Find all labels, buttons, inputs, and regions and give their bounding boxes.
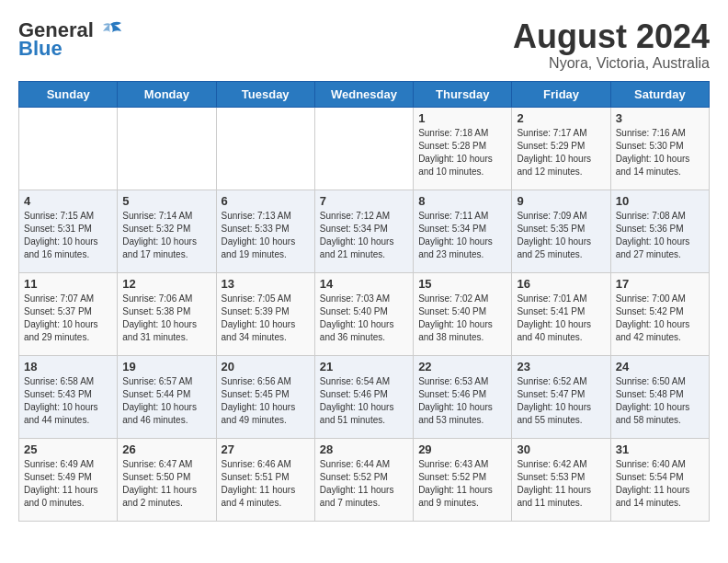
table-row: 2Sunrise: 7:17 AMSunset: 5:29 PMDaylight… xyxy=(512,107,610,190)
table-row: 9Sunrise: 7:09 AMSunset: 5:35 PMDaylight… xyxy=(512,190,610,272)
day-info: Sunrise: 7:15 AMSunset: 5:31 PMDaylight:… xyxy=(24,210,112,261)
day-number: 3 xyxy=(616,111,704,125)
day-info: Sunrise: 7:18 AMSunset: 5:28 PMDaylight:… xyxy=(418,127,506,178)
table-row: 11Sunrise: 7:07 AMSunset: 5:37 PMDayligh… xyxy=(19,272,118,355)
day-info: Sunrise: 7:01 AMSunset: 5:41 PMDaylight:… xyxy=(517,293,605,344)
header-saturday: Saturday xyxy=(610,81,709,107)
table-row xyxy=(314,107,413,190)
day-number: 23 xyxy=(517,360,605,373)
table-row: 20Sunrise: 6:56 AMSunset: 5:45 PMDayligh… xyxy=(216,355,314,438)
weekday-header-row: Sunday Monday Tuesday Wednesday Thursday… xyxy=(19,81,710,107)
logo-bird-icon xyxy=(97,20,123,40)
table-row xyxy=(19,107,118,190)
title-block: August 2024 Nyora, Victoria, Australia xyxy=(513,18,710,72)
table-row: 15Sunrise: 7:02 AMSunset: 5:40 PMDayligh… xyxy=(414,272,512,355)
table-row: 12Sunrise: 7:06 AMSunset: 5:38 PMDayligh… xyxy=(118,272,216,355)
table-row xyxy=(118,107,216,190)
day-info: Sunrise: 7:17 AMSunset: 5:29 PMDaylight:… xyxy=(517,127,605,178)
day-number: 19 xyxy=(122,360,210,373)
day-number: 8 xyxy=(418,194,506,208)
day-info: Sunrise: 6:56 AMSunset: 5:45 PMDaylight:… xyxy=(222,375,310,427)
day-info: Sunrise: 6:54 AMSunset: 5:46 PMDaylight:… xyxy=(320,375,408,427)
header-tuesday: Tuesday xyxy=(216,81,314,107)
logo-blue-text: Blue xyxy=(18,39,63,59)
day-number: 31 xyxy=(616,442,704,456)
day-number: 11 xyxy=(24,277,112,291)
table-row: 29Sunrise: 6:43 AMSunset: 5:52 PMDayligh… xyxy=(414,438,512,521)
day-info: Sunrise: 6:53 AMSunset: 5:46 PMDaylight:… xyxy=(418,375,506,427)
day-info: Sunrise: 7:09 AMSunset: 5:35 PMDaylight:… xyxy=(517,210,605,261)
page-header: General Blue August 2024 Nyora, Victoria… xyxy=(18,18,710,72)
table-row: 17Sunrise: 7:00 AMSunset: 5:42 PMDayligh… xyxy=(610,272,709,355)
day-number: 20 xyxy=(222,360,310,373)
logo: General Blue xyxy=(18,18,123,59)
day-number: 27 xyxy=(222,442,310,456)
day-number: 13 xyxy=(222,277,310,291)
day-number: 18 xyxy=(24,360,112,373)
day-info: Sunrise: 7:16 AMSunset: 5:30 PMDaylight:… xyxy=(616,127,704,178)
table-row: 7Sunrise: 7:12 AMSunset: 5:34 PMDaylight… xyxy=(314,190,413,272)
table-row: 14Sunrise: 7:03 AMSunset: 5:40 PMDayligh… xyxy=(314,272,413,355)
day-info: Sunrise: 7:05 AMSunset: 5:39 PMDaylight:… xyxy=(222,293,310,344)
day-info: Sunrise: 7:06 AMSunset: 5:38 PMDaylight:… xyxy=(122,293,210,344)
day-info: Sunrise: 7:14 AMSunset: 5:32 PMDaylight:… xyxy=(122,210,210,261)
day-number: 15 xyxy=(418,277,506,291)
calendar-week-row: 18Sunrise: 6:58 AMSunset: 5:43 PMDayligh… xyxy=(19,355,710,438)
day-info: Sunrise: 6:49 AMSunset: 5:49 PMDaylight:… xyxy=(24,458,112,510)
day-number: 5 xyxy=(122,194,210,208)
header-monday: Monday xyxy=(118,81,216,107)
table-row: 10Sunrise: 7:08 AMSunset: 5:36 PMDayligh… xyxy=(610,190,709,272)
day-number: 21 xyxy=(320,360,408,373)
calendar-title: August 2024 xyxy=(513,18,710,55)
calendar-week-row: 1Sunrise: 7:18 AMSunset: 5:28 PMDaylight… xyxy=(19,107,710,190)
day-number: 25 xyxy=(24,442,112,456)
day-number: 4 xyxy=(24,194,112,208)
day-number: 9 xyxy=(517,194,605,208)
table-row: 26Sunrise: 6:47 AMSunset: 5:50 PMDayligh… xyxy=(118,438,216,521)
table-row: 23Sunrise: 6:52 AMSunset: 5:47 PMDayligh… xyxy=(512,355,610,438)
table-row: 27Sunrise: 6:46 AMSunset: 5:51 PMDayligh… xyxy=(216,438,314,521)
day-info: Sunrise: 7:11 AMSunset: 5:34 PMDaylight:… xyxy=(418,210,506,261)
day-number: 26 xyxy=(122,442,210,456)
day-info: Sunrise: 6:42 AMSunset: 5:53 PMDaylight:… xyxy=(517,458,605,510)
table-row: 6Sunrise: 7:13 AMSunset: 5:33 PMDaylight… xyxy=(216,190,314,272)
day-info: Sunrise: 6:43 AMSunset: 5:52 PMDaylight:… xyxy=(418,458,506,510)
table-row: 25Sunrise: 6:49 AMSunset: 5:49 PMDayligh… xyxy=(19,438,118,521)
calendar-subtitle: Nyora, Victoria, Australia xyxy=(513,55,710,72)
day-number: 2 xyxy=(517,111,605,125)
day-info: Sunrise: 6:46 AMSunset: 5:51 PMDaylight:… xyxy=(222,458,310,510)
header-wednesday: Wednesday xyxy=(314,81,413,107)
day-number: 17 xyxy=(616,277,704,291)
table-row: 8Sunrise: 7:11 AMSunset: 5:34 PMDaylight… xyxy=(414,190,512,272)
calendar-week-row: 4Sunrise: 7:15 AMSunset: 5:31 PMDaylight… xyxy=(19,190,710,272)
day-number: 12 xyxy=(122,277,210,291)
day-number: 10 xyxy=(616,194,704,208)
day-number: 29 xyxy=(418,442,506,456)
day-info: Sunrise: 6:40 AMSunset: 5:54 PMDaylight:… xyxy=(616,458,704,510)
day-info: Sunrise: 6:44 AMSunset: 5:52 PMDaylight:… xyxy=(320,458,408,510)
calendar-week-row: 25Sunrise: 6:49 AMSunset: 5:49 PMDayligh… xyxy=(19,438,710,521)
header-friday: Friday xyxy=(512,81,610,107)
calendar-week-row: 11Sunrise: 7:07 AMSunset: 5:37 PMDayligh… xyxy=(19,272,710,355)
table-row: 4Sunrise: 7:15 AMSunset: 5:31 PMDaylight… xyxy=(19,190,118,272)
calendar-table: Sunday Monday Tuesday Wednesday Thursday… xyxy=(18,81,710,522)
header-thursday: Thursday xyxy=(414,81,512,107)
table-row: 30Sunrise: 6:42 AMSunset: 5:53 PMDayligh… xyxy=(512,438,610,521)
day-number: 24 xyxy=(616,360,704,373)
day-number: 6 xyxy=(222,194,310,208)
day-number: 16 xyxy=(517,277,605,291)
day-info: Sunrise: 6:58 AMSunset: 5:43 PMDaylight:… xyxy=(24,375,112,427)
table-row: 16Sunrise: 7:01 AMSunset: 5:41 PMDayligh… xyxy=(512,272,610,355)
day-info: Sunrise: 7:03 AMSunset: 5:40 PMDaylight:… xyxy=(320,293,408,344)
day-number: 22 xyxy=(418,360,506,373)
table-row: 1Sunrise: 7:18 AMSunset: 5:28 PMDaylight… xyxy=(414,107,512,190)
day-info: Sunrise: 6:50 AMSunset: 5:48 PMDaylight:… xyxy=(616,375,704,427)
day-info: Sunrise: 6:47 AMSunset: 5:50 PMDaylight:… xyxy=(122,458,210,510)
table-row: 21Sunrise: 6:54 AMSunset: 5:46 PMDayligh… xyxy=(314,355,413,438)
table-row: 28Sunrise: 6:44 AMSunset: 5:52 PMDayligh… xyxy=(314,438,413,521)
day-info: Sunrise: 7:02 AMSunset: 5:40 PMDaylight:… xyxy=(418,293,506,344)
day-info: Sunrise: 7:07 AMSunset: 5:37 PMDaylight:… xyxy=(24,293,112,344)
day-info: Sunrise: 7:00 AMSunset: 5:42 PMDaylight:… xyxy=(616,293,704,344)
table-row: 13Sunrise: 7:05 AMSunset: 5:39 PMDayligh… xyxy=(216,272,314,355)
table-row: 19Sunrise: 6:57 AMSunset: 5:44 PMDayligh… xyxy=(118,355,216,438)
